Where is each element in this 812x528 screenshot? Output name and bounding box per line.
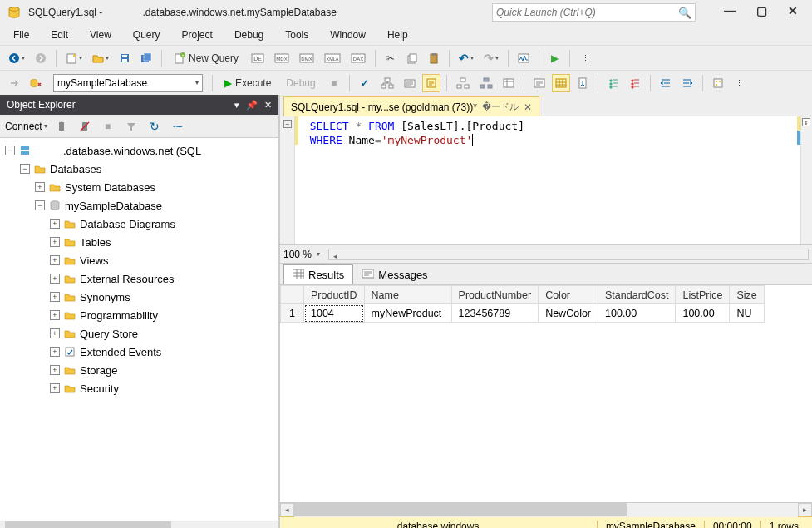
connect-dropdown[interactable]: Connect▾: [5, 121, 47, 132]
col-size[interactable]: Size: [730, 286, 764, 304]
sql-editor[interactable]: − SELECT * FROM [SalesLT].[Product] WHER…: [280, 116, 812, 245]
menu-edit[interactable]: Edit: [41, 27, 78, 43]
results-grid-button[interactable]: [552, 74, 570, 92]
results-file-button[interactable]: [573, 74, 592, 92]
menu-help[interactable]: Help: [377, 27, 418, 43]
specify-values-button[interactable]: [709, 74, 727, 92]
col-productid[interactable]: ProductID: [304, 286, 365, 304]
menu-project[interactable]: Project: [172, 27, 223, 43]
expand-icon[interactable]: +: [50, 365, 60, 375]
include-plan-button[interactable]: [453, 74, 473, 92]
toolbar-overflow-button[interactable]: ⋮: [576, 49, 594, 67]
menu-window[interactable]: Window: [320, 27, 376, 43]
tree-child-9[interactable]: +Security: [0, 379, 278, 397]
results-tab[interactable]: Results: [283, 264, 353, 284]
change-connection-button[interactable]: [5, 74, 23, 92]
save-button[interactable]: [116, 49, 134, 67]
tree-databases-node[interactable]: − Databases: [0, 160, 278, 178]
results-grid[interactable]: ProductID Name ProductNumber Color Stand…: [280, 285, 812, 502]
search-icon[interactable]: 🔍: [678, 7, 691, 19]
dmx-query-button[interactable]: DMX: [296, 49, 317, 67]
tree-server-node[interactable]: − .database.windows.net (SQL: [0, 141, 278, 160]
copy-button[interactable]: [403, 49, 421, 67]
tree-child-2[interactable]: +Views: [0, 251, 278, 269]
menu-tools[interactable]: Tools: [275, 27, 318, 43]
object-explorer-tree[interactable]: − .database.windows.net (SQL − Databases…: [0, 138, 278, 521]
messages-tab[interactable]: Messages: [353, 264, 436, 284]
tab-close-icon[interactable]: ✕: [524, 101, 532, 113]
quick-launch-input[interactable]: [496, 7, 678, 18]
expand-icon[interactable]: +: [35, 182, 45, 192]
expand-icon[interactable]: +: [50, 328, 60, 338]
minimize-button[interactable]: —: [716, 0, 744, 22]
expand-icon[interactable]: +: [50, 310, 60, 320]
results-text-button[interactable]: [530, 74, 549, 92]
tree-mydb-node[interactable]: − mySampleDatabase: [0, 196, 278, 215]
display-plan-button[interactable]: [377, 74, 397, 92]
nav-back-button[interactable]: ▾: [5, 49, 28, 67]
refresh-button[interactable]: ↻: [145, 117, 164, 136]
cell-color[interactable]: NewColor: [539, 304, 598, 323]
editor-hscrollbar[interactable]: ◂: [328, 249, 809, 260]
stop-button[interactable]: ■: [99, 117, 117, 136]
expand-icon[interactable]: +: [50, 237, 60, 247]
open-file-button[interactable]: ▾: [89, 49, 112, 67]
tree-child-6[interactable]: +Query Store: [0, 324, 278, 343]
scroll-left-icon[interactable]: ◂: [280, 503, 294, 517]
object-explorer-titlebar[interactable]: Object Explorer ▾ 📌 ✕: [0, 95, 278, 115]
col-name[interactable]: Name: [364, 286, 451, 304]
panel-close-icon[interactable]: ✕: [264, 100, 272, 111]
menu-debug[interactable]: Debug: [224, 27, 273, 43]
save-all-button[interactable]: [137, 49, 155, 67]
query-options-button[interactable]: [401, 74, 419, 92]
comment-button[interactable]: [604, 74, 623, 92]
sql-line-2[interactable]: WHERE Name='myNewProduct': [297, 134, 812, 148]
col-listprice[interactable]: ListPrice: [676, 286, 730, 304]
tree-child-7[interactable]: +Extended Events: [0, 343, 278, 361]
cut-button[interactable]: ✂: [381, 49, 400, 67]
client-stats-button[interactable]: [500, 74, 518, 92]
expand-icon[interactable]: +: [50, 347, 60, 357]
col-standardcost[interactable]: StandardCost: [598, 286, 676, 304]
debug-button[interactable]: Debug: [280, 74, 321, 92]
expand-icon[interactable]: +: [50, 274, 60, 284]
toolbar2-overflow-button[interactable]: ⋮: [731, 74, 749, 92]
cell-standardcost[interactable]: 100.00: [598, 304, 676, 323]
nav-fwd-button[interactable]: [32, 49, 50, 67]
cancel-query-button[interactable]: ■: [325, 74, 343, 92]
tree-child-3[interactable]: +External Resources: [0, 269, 278, 288]
indent-button[interactable]: [657, 74, 675, 92]
pin-icon[interactable]: 📌: [246, 100, 258, 111]
grid-row-1[interactable]: 1 1004 myNewProduct 123456789 NewColor 1…: [281, 304, 765, 323]
new-query-button[interactable]: + New Query: [168, 49, 244, 67]
row-number[interactable]: 1: [281, 304, 304, 323]
intellisense-button[interactable]: [422, 74, 440, 92]
collapse-icon[interactable]: −: [5, 146, 15, 155]
tree-sysdb-node[interactable]: + System Databases: [0, 178, 278, 196]
expand-icon[interactable]: +: [50, 383, 60, 393]
parse-button[interactable]: ✓: [356, 74, 374, 92]
tree-child-8[interactable]: +Storage: [0, 361, 278, 379]
col-color[interactable]: Color: [539, 286, 598, 304]
activity-monitor-button[interactable]: [514, 49, 533, 67]
disconnect-button[interactable]: [76, 117, 94, 136]
execute-button[interactable]: ▶ Execute: [219, 74, 277, 92]
de-query-button[interactable]: DE: [248, 49, 268, 67]
filter-button[interactable]: [122, 117, 140, 136]
xmla-query-button[interactable]: XMLA: [321, 49, 344, 67]
tree-child-0[interactable]: +Database Diagrams: [0, 215, 278, 233]
zoom-dropdown-icon[interactable]: ▾: [317, 250, 320, 258]
paste-button[interactable]: [425, 49, 443, 67]
split-icon[interactable]: ↕: [802, 118, 810, 126]
expand-icon[interactable]: +: [50, 255, 60, 265]
menu-query[interactable]: Query: [123, 27, 170, 43]
expand-icon[interactable]: +: [50, 292, 60, 302]
expand-icon[interactable]: +: [50, 219, 60, 229]
quick-launch[interactable]: 🔍: [492, 3, 696, 22]
results-scrollbar[interactable]: ◂ ▸: [280, 502, 812, 516]
uncomment-button[interactable]: [626, 74, 644, 92]
cell-name[interactable]: myNewProduct: [364, 304, 451, 323]
col-productnumber[interactable]: ProductNumber: [451, 286, 539, 304]
collapse-icon[interactable]: −: [20, 164, 30, 174]
grid-corner[interactable]: [281, 286, 304, 304]
